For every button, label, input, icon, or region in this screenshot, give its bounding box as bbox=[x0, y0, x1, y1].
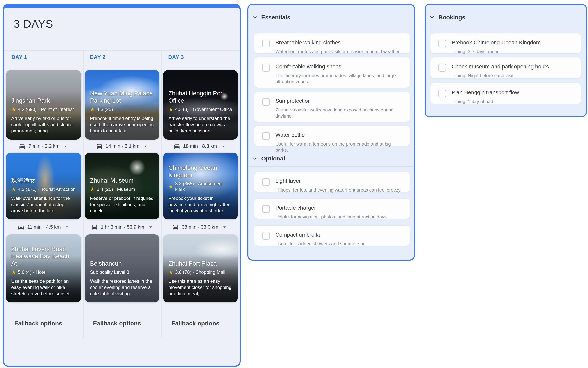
place-title: Zhuhai Museum bbox=[90, 177, 154, 184]
car-icon bbox=[19, 143, 26, 150]
section-divider bbox=[248, 166, 414, 166]
travel-leg-day1-2[interactable]: 11 min · 4.5 km bbox=[4, 220, 83, 234]
checklist-item-label: Compact umbrella bbox=[275, 231, 367, 238]
place-card-zhuhai-port-plaza[interactable]: Zhuhai Port Plaza ★ 3.8 (78) · Shopping … bbox=[163, 234, 238, 302]
place-title: Beishancun bbox=[90, 260, 154, 267]
place-rating: 4.2 (171) · Tourist Attraction bbox=[18, 186, 75, 192]
place-card-lovers-road[interactable]: Zhuhai Lovers Road, Heatwave Bay Beach A… bbox=[6, 234, 81, 302]
travel-leg-text: 11 min · 4.5 km bbox=[27, 224, 61, 230]
car-icon bbox=[172, 223, 179, 230]
place-rating-row: ★ 4.3 (3) · Government Office bbox=[168, 107, 233, 112]
checklist-item-light-layer[interactable]: Light layer Hilltops, ferries, and eveni… bbox=[254, 172, 410, 192]
car-icon bbox=[18, 223, 25, 230]
fallback-options-day3[interactable]: Fallback options bbox=[172, 320, 220, 327]
place-rating: 4.3 (25) bbox=[97, 107, 113, 112]
place-note: Arrive early by taxi or bus for cooler u… bbox=[11, 115, 76, 134]
travel-leg-text: 7 min · 3.2 km bbox=[28, 143, 59, 149]
packing-checklist-panel: Essentials Breathable walking clothes Wa… bbox=[247, 4, 415, 261]
checkbox[interactable] bbox=[438, 40, 446, 47]
fallback-options-day2[interactable]: Fallback options bbox=[93, 320, 141, 327]
checklist-item-portable-charger[interactable]: Portable charger Helpful for navigation,… bbox=[254, 199, 410, 219]
place-rating-row: ★ 4.3 (25) bbox=[90, 107, 154, 112]
section-divider bbox=[248, 27, 414, 27]
checkbox[interactable] bbox=[262, 40, 270, 47]
booking-item-plan-hengqin-transport[interactable]: Plan Hengqin transport flow Timing: 1 da… bbox=[431, 83, 581, 104]
optional-section-header[interactable]: Optional bbox=[252, 155, 285, 162]
checklist-item-description: Hilltops, ferries, and evening waterfron… bbox=[275, 187, 402, 193]
place-rating-row: ★ 3.8 (78) · Shopping Mall bbox=[168, 269, 233, 275]
checkbox[interactable] bbox=[438, 90, 446, 97]
chevron-down-icon bbox=[252, 156, 258, 161]
chevron-down-icon bbox=[252, 15, 258, 20]
checkbox[interactable] bbox=[262, 205, 270, 213]
travel-leg-text: 14 min · 6.1 km bbox=[106, 143, 139, 149]
fallback-options-day1[interactable]: Fallback options bbox=[14, 320, 62, 327]
travel-leg-day3-2[interactable]: 38 min · 33.0 km bbox=[161, 220, 238, 234]
place-card-chimelong-ocean-kingdom[interactable]: Chimelong Ocean Kingdom ★ 3.8 (365) · Am… bbox=[163, 153, 238, 220]
place-note: Walk the restored lanes in the cooler ev… bbox=[90, 278, 154, 297]
checklist-item-water-bottle[interactable]: Water bottle Useful for warm afternoons … bbox=[254, 126, 410, 146]
place-card-hengqin-port[interactable]: Zhuhai Hengqin Port Office ★ 4.3 (3) · G… bbox=[163, 70, 238, 139]
checklist-item-compact-umbrella[interactable]: Compact umbrella Useful for sudden showe… bbox=[254, 226, 410, 246]
checkbox[interactable] bbox=[262, 132, 270, 140]
car-icon bbox=[173, 143, 180, 150]
column-divider bbox=[161, 50, 162, 338]
place-card-beishancun[interactable]: Beishancun Sublocality Level 3 Walk the … bbox=[85, 234, 159, 302]
star-icon: ★ bbox=[90, 187, 95, 192]
place-subtitle: Sublocality Level 3 bbox=[90, 269, 129, 275]
checkbox[interactable] bbox=[262, 232, 270, 240]
fallback-divider bbox=[4, 331, 239, 332]
booking-item-label: Prebook Chimelong Ocean Kingdom bbox=[451, 39, 541, 46]
place-note: Walk over after lunch for the classic Zh… bbox=[11, 195, 76, 214]
page-title: 3 DAYS bbox=[14, 18, 53, 30]
trip-planner-page: 3 DAYS DAY 1 DAY 2 DAY 3 Jingshan Park ★… bbox=[0, 0, 588, 368]
header-divider bbox=[4, 50, 239, 51]
travel-leg-day1-1[interactable]: 7 min · 3.2 km bbox=[4, 139, 83, 153]
essentials-section-header[interactable]: Essentials bbox=[252, 14, 290, 21]
section-title: Bookings bbox=[439, 14, 465, 21]
checklist-item-breathable-clothes[interactable]: Breathable walking clothes Waterfront ro… bbox=[254, 33, 410, 53]
chevron-down-icon bbox=[221, 224, 228, 230]
place-rating: 4.2 (690) · Point of Interest bbox=[18, 107, 74, 112]
place-card-jingshan-park[interactable]: Jingshan Park ★ 4.2 (690) · Point of Int… bbox=[6, 70, 81, 139]
place-card-zhuhai-museum[interactable]: Zhuhai Museum ★ 3.4 (26) · Museum Reserv… bbox=[85, 153, 159, 220]
checkbox[interactable] bbox=[262, 98, 270, 106]
bookings-panel: Bookings Prebook Chimelong Ocean Kingdom… bbox=[424, 4, 587, 117]
star-icon: ★ bbox=[168, 107, 173, 112]
booking-item-prebook-chimelong[interactable]: Prebook Chimelong Ocean Kingdom Timing: … bbox=[431, 33, 581, 53]
travel-leg-day2-2[interactable]: 1 hr 3 min · 53.9 km bbox=[83, 220, 161, 234]
place-card-fisher-girl[interactable]: 珠海渔女 ★ 4.2 (171) · Tourist Attraction Wa… bbox=[6, 153, 81, 220]
place-note: Prebook your ticket in advance and arriv… bbox=[168, 195, 233, 214]
place-rating: 5.0 (4) · Hotel bbox=[18, 269, 47, 275]
chevron-down-icon bbox=[64, 224, 70, 230]
day-3-label: DAY 3 bbox=[168, 54, 184, 60]
star-icon: ★ bbox=[11, 187, 16, 192]
booking-item-label: Plan Hengqin transport flow bbox=[451, 89, 519, 96]
place-note: Use the seaside path for an easy evening… bbox=[11, 278, 76, 297]
chevron-down-icon bbox=[147, 224, 154, 230]
checklist-item-walking-shoes[interactable]: Comfortable walking shoes The itinerary … bbox=[254, 57, 410, 88]
booking-item-timing: Timing: 3-7 days ahead bbox=[451, 49, 541, 55]
car-icon bbox=[91, 223, 98, 230]
checkbox[interactable] bbox=[438, 64, 446, 72]
bookings-section-header[interactable]: Bookings bbox=[429, 14, 465, 21]
place-rating: 3.4 (26) · Museum bbox=[97, 186, 135, 192]
travel-leg-text: 18 min · 8.3 km bbox=[183, 143, 217, 149]
place-rating: 4.3 (3) · Government Office bbox=[175, 107, 232, 112]
place-title: Chimelong Ocean Kingdom bbox=[168, 164, 233, 179]
checklist-item-label: Comfortable walking shoes bbox=[275, 63, 404, 70]
place-rating: 3.8 (365) · Amusement Park bbox=[175, 181, 233, 192]
place-card-new-yuan-ming-palace[interactable]: New Yuan Ming Palace Parking Lot ★ 4.3 (… bbox=[85, 70, 159, 139]
checkbox[interactable] bbox=[262, 64, 270, 72]
star-icon: ★ bbox=[168, 184, 173, 189]
booking-item-check-opening-hours[interactable]: Check museum and park opening hours Timi… bbox=[431, 57, 581, 78]
travel-leg-day2-1[interactable]: 14 min · 6.1 km bbox=[83, 139, 161, 153]
place-rating-row: ★ 4.2 (171) · Tourist Attraction bbox=[11, 186, 76, 192]
checklist-item-sun-protection[interactable]: Sun protection Zhuhai's coastal walks ha… bbox=[254, 92, 410, 122]
place-title: Zhuhai Port Plaza bbox=[168, 260, 233, 267]
checkbox[interactable] bbox=[262, 178, 270, 186]
travel-leg-day3-1[interactable]: 18 min · 8.3 km bbox=[161, 139, 238, 153]
checklist-item-description: Zhuhai's coastal walks have long exposed… bbox=[275, 107, 404, 119]
star-icon: ★ bbox=[168, 270, 173, 275]
place-note: Arrive early to understand the transfer … bbox=[168, 115, 233, 134]
